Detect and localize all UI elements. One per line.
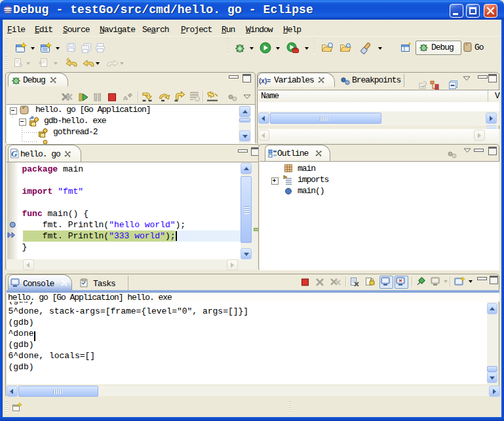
svg-text:G: G <box>11 149 18 158</box>
svg-text:(x)=: (x)= <box>259 77 271 84</box>
